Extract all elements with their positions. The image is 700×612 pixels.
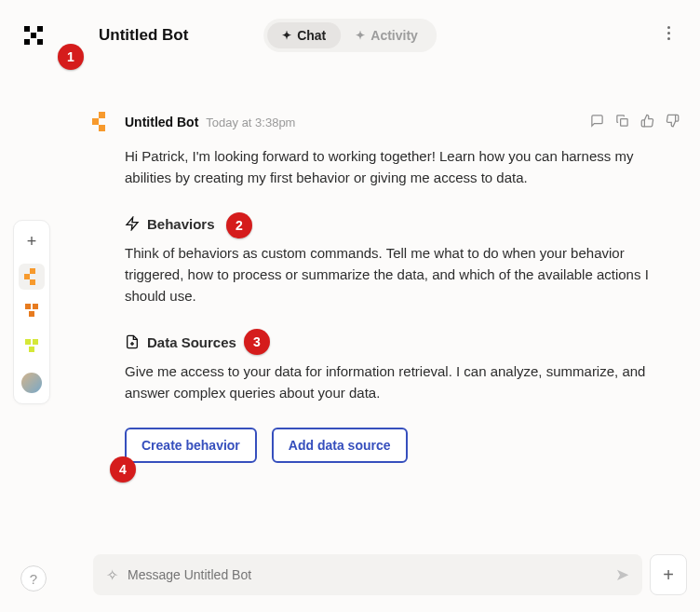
svg-marker-1	[127, 217, 138, 229]
rail-bot-1[interactable]	[19, 264, 45, 290]
bolt-icon	[125, 216, 140, 231]
composer-input[interactable]	[128, 567, 615, 582]
behaviors-heading: Behaviors	[125, 213, 680, 235]
app-logo[interactable]	[24, 26, 43, 45]
rail-add-button[interactable]: +	[19, 228, 45, 254]
tab-activity-label: Activity	[370, 28, 418, 43]
annotation-badge-1: 1	[58, 44, 84, 70]
bot-icon-orange	[23, 268, 40, 285]
bot-avatar-icon	[91, 112, 112, 132]
composer-add-button[interactable]: +	[650, 554, 687, 595]
sparkle-icon: ✦	[282, 29, 291, 42]
svg-rect-0	[621, 119, 628, 127]
view-toggle: ✦ Chat ✦ Activity	[263, 19, 437, 52]
annotation-badge-4: 4	[110, 456, 136, 483]
message-timestamp: Today at 3:38pm	[206, 116, 295, 129]
message-actions	[590, 114, 680, 130]
bot-icon-dark-orange	[23, 304, 40, 320]
thumbs-up-icon[interactable]	[640, 114, 654, 130]
message-composer[interactable]: ✧ ➤	[93, 554, 642, 595]
datasources-heading: Data Sources	[125, 332, 680, 353]
file-plus-icon	[125, 334, 140, 349]
annotation-badge-3: 3	[244, 329, 270, 355]
side-rail: +	[13, 220, 50, 404]
create-behavior-button[interactable]: Create behavior	[125, 428, 257, 463]
bot-icon-lime	[23, 339, 40, 356]
add-data-source-button[interactable]: Add data source	[272, 428, 408, 463]
rail-bot-2[interactable]	[19, 299, 45, 325]
rail-bot-3[interactable]	[19, 334, 45, 360]
message-intro: Hi Patrick, I'm looking forward to worki…	[125, 145, 680, 189]
avatar	[21, 373, 42, 393]
copy-icon[interactable]	[615, 114, 629, 130]
behaviors-text: Think of behaviors as custom commands. T…	[125, 242, 680, 307]
tab-chat[interactable]: ✦ Chat	[267, 22, 341, 48]
send-icon[interactable]: ➤	[615, 564, 629, 585]
plus-icon: +	[27, 232, 37, 252]
annotation-badge-2: 2	[226, 212, 252, 238]
tab-activity[interactable]: ✦ Activity	[341, 22, 433, 48]
rail-user-avatar[interactable]	[19, 370, 45, 396]
message-author: Untitled Bot	[125, 115, 198, 129]
thumbs-down-icon[interactable]	[666, 114, 680, 130]
more-menu-button[interactable]	[662, 20, 676, 46]
help-button[interactable]: ?	[20, 565, 47, 592]
sparkle-icon: ✧	[106, 566, 118, 584]
bolt-icon: ✦	[356, 29, 365, 42]
page-title: Untitled Bot	[99, 26, 188, 45]
tab-chat-label: Chat	[297, 28, 326, 43]
comment-icon[interactable]	[590, 114, 604, 130]
datasources-text: Give me access to your data for informat…	[125, 360, 680, 404]
